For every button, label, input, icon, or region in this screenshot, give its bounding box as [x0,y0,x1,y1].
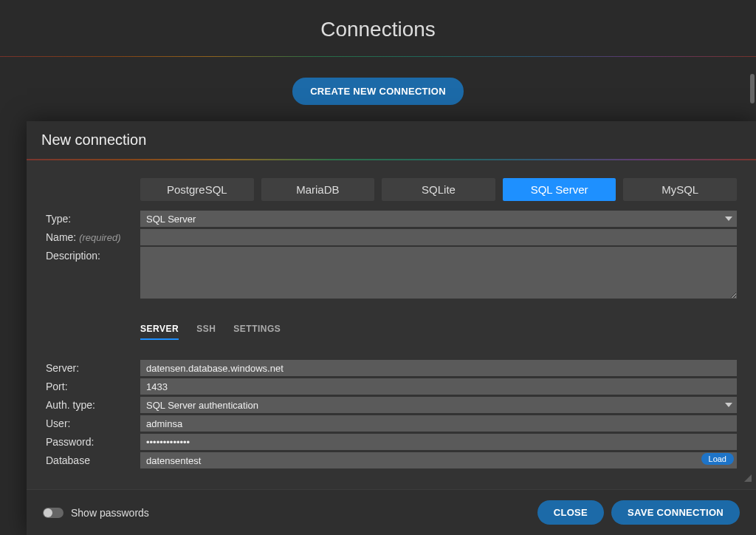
close-button[interactable]: CLOSE [537,500,604,525]
section-tabs: SERVER SSH SETTINGS [140,324,737,340]
save-connection-button[interactable]: SAVE CONNECTION [611,500,740,525]
tab-postgresql[interactable]: PostgreSQL [140,178,254,201]
port-input[interactable] [140,378,737,395]
name-input[interactable] [140,229,737,245]
label-type: Type: [46,210,140,228]
tab-ssh[interactable]: SSH [196,324,216,340]
auth-type-select[interactable]: SQL Server authentication [140,397,737,413]
dialog-title: New connection [41,132,741,149]
db-type-tabs: PostgreSQL MariaDB SQLite SQL Server MyS… [140,178,737,201]
dialog-footer: Show passwords CLOSE SAVE CONNECTION [27,489,756,535]
load-database-button[interactable]: Load [701,453,734,465]
tab-mysql[interactable]: MySQL [623,178,737,201]
description-textarea[interactable] [140,247,737,299]
create-new-connection-button[interactable]: CREATE NEW CONNECTION [292,78,464,105]
type-select[interactable]: SQL Server [140,211,737,227]
show-passwords-label: Show passwords [71,507,149,519]
tab-settings[interactable]: SETTINGS [233,324,281,340]
show-passwords-toggle[interactable] [43,508,63,518]
new-connection-dialog: New connection PostgreSQL MariaDB SQLite… [27,121,756,535]
server-input[interactable] [140,360,737,376]
database-input[interactable] [140,452,737,468]
label-user: User: [46,415,140,432]
user-input[interactable] [140,415,737,432]
label-auth-type: Auth. type: [46,396,140,414]
label-port: Port: [46,378,140,395]
label-password: Password: [46,433,140,451]
page-title: Connections [0,0,756,56]
dialog-body: PostgreSQL MariaDB SQLite SQL Server MyS… [27,160,756,489]
password-input[interactable] [140,434,737,450]
tab-sqlite[interactable]: SQLite [382,178,495,201]
tab-server[interactable]: SERVER [140,324,179,340]
dialog-header: New connection [27,121,756,159]
show-passwords-toggle-wrap: Show passwords [43,507,530,519]
scrollbar-thumb[interactable] [750,74,755,103]
label-name: Name: (required) [46,228,140,246]
divider [0,56,756,57]
label-database: Database [46,451,140,469]
tab-sqlserver[interactable]: SQL Server [503,178,616,201]
label-server: Server: [46,359,140,377]
label-description: Description: [46,247,140,265]
tab-mariadb[interactable]: MariaDB [261,178,375,201]
resize-handle-icon[interactable] [743,473,752,482]
